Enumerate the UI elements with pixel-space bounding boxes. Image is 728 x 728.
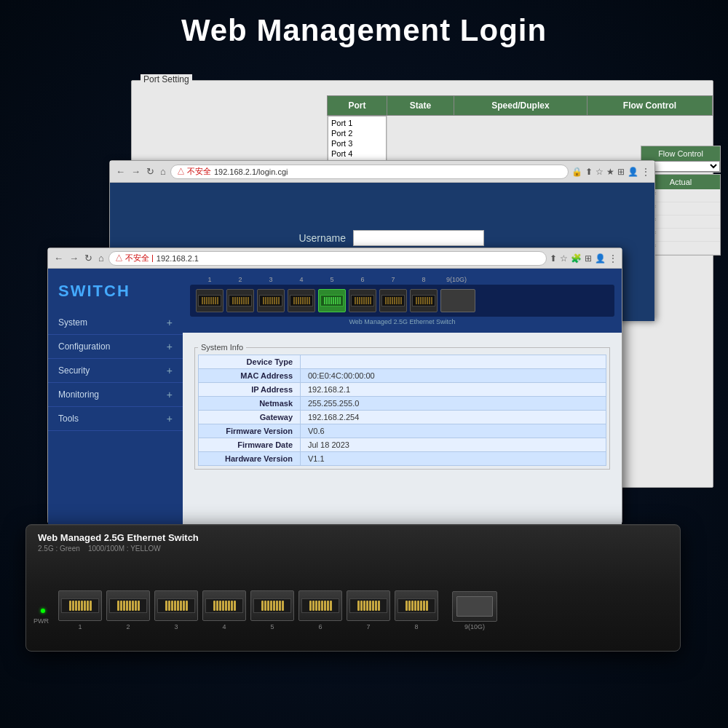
phys-port-6 <box>298 590 342 621</box>
pin <box>177 601 179 611</box>
star-icon[interactable]: ☆ <box>596 167 604 177</box>
sw-grid-icon[interactable]: ⊞ <box>585 253 592 264</box>
port-visual-container: 1 2 3 4 5 6 7 8 9(10G) <box>190 276 614 325</box>
phys-port-2 <box>106 590 150 621</box>
table-row: Hardware Version V1.1 <box>199 452 606 466</box>
pin <box>171 601 173 611</box>
port-jack-7 <box>379 289 407 312</box>
page-title: Web Management Login <box>0 0 728 58</box>
phys-port-7 <box>347 590 390 621</box>
port-num-5: 5 <box>318 276 346 283</box>
pwr-indicator: PWR <box>33 609 52 630</box>
pin <box>408 601 411 611</box>
phys-port-5 <box>250 590 294 621</box>
table-row: Device Type <box>199 355 606 369</box>
home-icon[interactable]: ⌂ <box>159 166 167 177</box>
sidebar-item-configuration[interactable]: Configuration + <box>48 335 183 359</box>
key-fw-date: Firmware Date <box>199 438 301 452</box>
pin <box>330 601 332 611</box>
sw-menu-icon[interactable]: ⋮ <box>609 253 617 264</box>
pin <box>405 601 408 611</box>
val-ip: 192.168.2.1 <box>301 383 606 397</box>
phys-port-group-1: 1 <box>58 590 102 630</box>
pin <box>309 601 312 611</box>
key-hw-ver: Hardware Version <box>199 452 301 466</box>
phys-port-inner-1 <box>61 598 99 613</box>
port-list-item[interactable]: Port 4 <box>331 149 383 159</box>
port-list-item[interactable]: Port 2 <box>331 128 383 138</box>
table-row: Firmware Date Jul 18 2023 <box>199 438 606 452</box>
sw-refresh-icon[interactable]: ↻ <box>83 253 94 264</box>
url-bar[interactable]: △ 不安全 192.168.2.1/login.cgi <box>170 165 569 179</box>
pin <box>75 601 77 611</box>
pin <box>279 601 281 611</box>
flow-control-header: Flow Control <box>641 146 720 161</box>
pin <box>366 601 368 611</box>
pin <box>363 601 365 611</box>
sidebar-item-monitoring[interactable]: Monitoring + <box>48 383 183 407</box>
pin <box>318 601 320 611</box>
share-icon[interactable]: ⬆ <box>585 167 593 177</box>
browser-icons: 🔒 ⬆ ☆ ★ ⊞ 👤 ⋮ <box>571 167 650 177</box>
sw-user-icon[interactable]: 👤 <box>595 253 606 264</box>
phys-port-inner-7 <box>349 598 387 613</box>
pin <box>324 601 326 611</box>
key-netmask: Netmask <box>199 397 301 411</box>
refresh-icon[interactable]: ↻ <box>145 166 156 177</box>
grid-icon[interactable]: ⊞ <box>617 167 625 177</box>
pin <box>411 601 414 611</box>
pin <box>261 601 264 611</box>
security-warning: △ 不安全 <box>177 166 211 177</box>
sidebar-item-system[interactable]: System + <box>48 311 183 335</box>
system-label: System <box>58 317 87 328</box>
username-input[interactable] <box>353 230 484 246</box>
port-num-4: 4 <box>288 276 315 283</box>
pwr-led <box>41 609 45 613</box>
port-list-item[interactable]: Port 1 <box>331 118 383 128</box>
port-num-3: 3 <box>257 276 285 283</box>
sw-share-icon[interactable]: ⬆ <box>550 253 557 264</box>
sidebar-item-tools[interactable]: Tools + <box>48 407 183 431</box>
pin <box>273 601 275 611</box>
switch-browser-body: SWITCH System + Configuration + Security… <box>48 269 622 525</box>
pin <box>183 601 185 611</box>
port-visual-area: 1 2 3 4 5 6 7 8 9(10G) <box>183 269 622 333</box>
sw-security-warning: △ 不安全 | <box>115 253 154 264</box>
forward-icon[interactable]: → <box>130 166 142 177</box>
pin <box>312 601 314 611</box>
key-mac: MAC Address <box>199 369 301 383</box>
phys-port-3 <box>154 590 198 621</box>
pin <box>81 601 83 611</box>
pin <box>117 601 119 611</box>
phys-port-num-8: 8 <box>414 623 418 630</box>
port-jack-5 <box>318 289 346 312</box>
user-icon[interactable]: 👤 <box>628 167 638 177</box>
phys-port-1 <box>58 590 102 621</box>
table-row: Firmware Version V0.6 <box>199 424 606 438</box>
pin <box>72 601 74 611</box>
port-list-item[interactable]: Port 3 <box>331 138 383 149</box>
bookmark-icon[interactable]: ★ <box>606 167 614 177</box>
sw-home-icon[interactable]: ⌂ <box>97 253 106 264</box>
sw-url-bar[interactable]: △ 不安全 | 192.168.2.1 <box>108 251 547 266</box>
port-num-sfp: 9(10G) <box>440 276 472 283</box>
port-num-1: 1 <box>196 276 223 283</box>
sw-back-icon[interactable]: ← <box>52 253 65 264</box>
sw-ext-icon[interactable]: 🧩 <box>571 253 582 264</box>
port-list[interactable]: Port 1 Port 2 Port 3 Port 4 <box>328 116 387 161</box>
col-flow: Flow Control <box>587 96 712 116</box>
tools-plus-icon: + <box>167 413 173 424</box>
sw-star-icon[interactable]: ☆ <box>560 253 568 264</box>
sw-forward-icon[interactable]: → <box>68 253 80 264</box>
col-state: State <box>387 96 454 116</box>
system-info-fieldset: System Info Device Type MAC Address 00:E… <box>194 343 610 470</box>
sidebar-item-security[interactable]: Security + <box>48 359 183 383</box>
table-row: Gateway 192.168.2.254 <box>199 411 606 424</box>
back-icon[interactable]: ← <box>114 166 127 177</box>
menu-icon[interactable]: ⋮ <box>641 167 650 177</box>
port-jack-2 <box>226 289 254 312</box>
table-row: Netmask 255.255.255.0 <box>199 397 606 411</box>
table-row: MAC Address 00:E0:4C:00:00:00 <box>199 369 606 383</box>
pin <box>213 601 215 611</box>
pin <box>267 601 269 611</box>
